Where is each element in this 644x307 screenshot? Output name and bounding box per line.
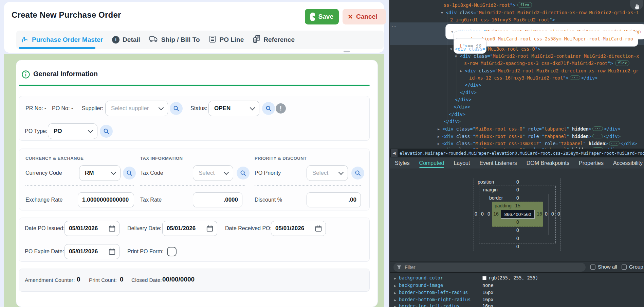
margin-top: 0: [516, 187, 519, 192]
expand-arrow-icon[interactable]: ▶: [394, 275, 396, 282]
po-priority-label: PO Priority: [255, 165, 281, 181]
devtools-tabs-bar: Styles Computed Layout Event Listeners D…: [390, 157, 644, 169]
chevron-down-icon: [250, 105, 255, 110]
supplier-search-button[interactable]: [170, 102, 183, 115]
expand-arrow-icon[interactable]: ▶: [394, 289, 396, 296]
currency-search-button[interactable]: [123, 167, 136, 180]
border-bottom: 0: [516, 227, 519, 233]
border-left: 0: [487, 211, 490, 217]
expand-arrow-icon[interactable]: ▶: [394, 282, 396, 289]
tab-event-listeners[interactable]: Event Listeners: [479, 157, 517, 169]
tax-code-select[interactable]: Select: [193, 165, 233, 181]
po-expire-date-input[interactable]: 05/01/2026: [65, 244, 119, 259]
group-checkbox[interactable]: [622, 265, 627, 270]
supplier-select[interactable]: Select supplier: [105, 101, 168, 116]
tab-reference[interactable]: Reference: [253, 35, 295, 45]
status-select[interactable]: OPEN: [208, 101, 259, 116]
exchange-rate-input[interactable]: 1.0000000000000: [78, 192, 134, 207]
discount-input[interactable]: .00: [307, 192, 361, 207]
po-no-label: PO No: -: [52, 101, 73, 116]
border-top: 0: [516, 195, 519, 201]
tax-rate-label: Tax Rate: [140, 192, 162, 207]
tab-properties[interactable]: Properties: [579, 157, 604, 169]
property-value: 16px: [482, 289, 494, 296]
padding-label: padding: [495, 203, 512, 208]
tab-accessibility[interactable]: Accessibility: [613, 157, 643, 169]
divider: [140, 190, 245, 190]
tab-label: Detail: [123, 36, 140, 44]
computed-property-row[interactable]: ▶ background-color rgb(255, 255, 255): [390, 274, 644, 282]
property-name: border-top-left-radius: [399, 303, 460, 307]
date-received-po-input[interactable]: 05/01/2026: [271, 221, 326, 236]
status-search-button[interactable]: [262, 102, 275, 115]
active-tab-indicator: [19, 47, 95, 49]
computed-property-row[interactable]: ▶ border-bottom-right-radius 16px: [390, 296, 644, 303]
filter-input[interactable]: [404, 264, 582, 270]
tab-detail[interactable]: i Detail: [112, 36, 140, 44]
breadcrumb-selector[interactable]: elevation.MuiPaper-rounded.MuiPaper-elev…: [400, 151, 644, 156]
margin-bottom: 0: [516, 236, 519, 241]
position-right: 0: [557, 211, 560, 217]
tab-ship-bill-to[interactable]: Ship / Bill To: [149, 35, 200, 45]
tax-rate-input[interactable]: .0000: [193, 192, 242, 207]
document-copy-icon: [253, 35, 260, 45]
delivery-date-label: Delivery Date:: [127, 221, 161, 236]
info-outline-icon: [21, 70, 31, 81]
tab-layout[interactable]: Layout: [454, 157, 470, 169]
property-value: rgb(255, 255, 255): [482, 274, 538, 282]
tab-po-line[interactable]: PO Line: [209, 35, 244, 45]
currency-code-value: RM: [85, 170, 94, 176]
print-count-label: Print Count:: [89, 276, 117, 284]
tab-dom-breakpoints[interactable]: DOM Breakpoints: [527, 157, 569, 169]
tax-code-search-button[interactable]: [237, 167, 250, 180]
computed-property-row[interactable]: ▶ border-bottom-left-radius 16px: [390, 289, 644, 296]
breadcrumb-back-arrow[interactable]: ◀: [391, 149, 398, 157]
tab-label: PO Line: [219, 36, 244, 44]
supplier-placeholder: Select supplier: [111, 105, 149, 112]
currency-code-select[interactable]: RM: [79, 165, 121, 181]
date-po-issued-input[interactable]: 05/01/2026: [65, 221, 119, 236]
print-po-form-checkbox[interactable]: [167, 247, 177, 256]
discount-label: Discount %: [255, 192, 282, 207]
status-label: Status:: [190, 101, 207, 116]
computed-property-row[interactable]: ▶ border-top-left-radius 16px: [390, 303, 644, 307]
tab-label: Reference: [263, 36, 295, 44]
po-type-search-button[interactable]: [100, 125, 113, 138]
po-type-select[interactable]: PO: [48, 123, 97, 139]
cancel-x-icon: ×: [348, 13, 353, 20]
status-value: OPEN: [214, 105, 231, 112]
margin-right: 0: [551, 211, 554, 217]
search-icon: [265, 105, 272, 112]
tabstrip-scrollbar[interactable]: [344, 51, 350, 52]
section-underline: [19, 85, 370, 86]
chevron-down-icon: [111, 169, 116, 175]
date-value: 05/01/2026: [69, 248, 98, 255]
node-gutter-menu[interactable]: ...: [392, 22, 397, 28]
expand-arrow-icon[interactable]: ▶: [394, 303, 396, 307]
amendment-counter-label: Amendment Counter:: [25, 276, 75, 284]
padding-right: 16: [537, 211, 542, 217]
divider: [255, 185, 361, 186]
filter-input-wrap[interactable]: [393, 263, 586, 272]
computed-property-row[interactable]: ▶ background-image none: [390, 282, 644, 289]
closed-date-label: Closed Date:: [131, 276, 162, 284]
po-priority-select[interactable]: Select: [307, 165, 348, 181]
tab-purchase-order-master[interactable]: Purchase Order Master: [21, 35, 103, 45]
date-received-po-label: Date Received PO:: [225, 221, 272, 236]
padding-top: 15: [515, 203, 520, 208]
priority-column-header: PRIORITY & DISCOUNT: [255, 156, 307, 161]
show-all-checkbox[interactable]: [590, 265, 595, 270]
tax-code-placeholder: Select: [199, 170, 215, 176]
calendar-icon: [108, 225, 116, 232]
closed-date-value: 00/00/0000: [162, 275, 195, 284]
truck-icon: [149, 35, 158, 45]
save-button[interactable]: Save: [305, 9, 339, 24]
search-icon: [172, 105, 180, 112]
pr-no-value: -: [44, 105, 46, 111]
po-priority-search-button[interactable]: [351, 167, 364, 180]
elements-panel[interactable]: ... ss-1pi8xg4-MuiGrid2-root">flex▼<div …: [390, 0, 644, 149]
tab-styles[interactable]: Styles: [395, 157, 410, 169]
cancel-button[interactable]: × Cancel: [343, 9, 386, 24]
delivery-date-input[interactable]: 05/01/2026: [162, 221, 217, 236]
tab-computed[interactable]: Computed: [419, 157, 444, 169]
